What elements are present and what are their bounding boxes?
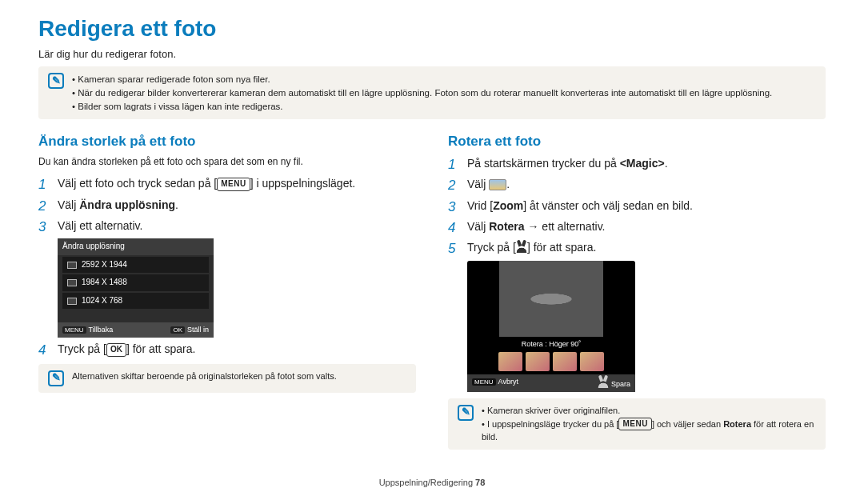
- dialog-save[interactable]: Spara: [598, 377, 630, 390]
- top-note: ✎ Kameran sparar redigerade foton som ny…: [38, 66, 826, 119]
- resolution-option[interactable]: 1984 X 1488: [62, 274, 209, 291]
- resolution-dialog: Ändra upplösning 2592 X 1944 1984 X 1488…: [58, 238, 214, 338]
- note-icon: ✎: [458, 405, 474, 421]
- rotate-caption: Rotera : Höger 90˚: [467, 338, 635, 352]
- left-heading: Ändra storlek på ett foto: [38, 132, 416, 152]
- left-subtext: Du kan ändra storleken på ett foto och s…: [38, 155, 416, 169]
- left-step-1: Välj ett foto och tryck sedan på [MENU] …: [38, 175, 416, 191]
- left-column: Ändra storlek på ett foto Du kan ändra s…: [38, 132, 416, 462]
- resolution-option[interactable]: 2592 X 1944: [62, 257, 209, 274]
- left-step-2: Välj Ändra upplösning.: [38, 197, 416, 213]
- note-item: Kameran skriver över originalfilen.: [482, 405, 816, 418]
- note-item: När du redigerar bilder konvertererar ka…: [72, 86, 772, 100]
- left-step-4: Tryck på [OK] för att spara.: [38, 341, 416, 357]
- resolution-thumb-icon: [67, 262, 77, 269]
- thumb[interactable]: [498, 352, 522, 371]
- menu-icon: MENU: [618, 418, 651, 431]
- right-column: Rotera ett foto På startskärmen trycker …: [448, 132, 826, 462]
- thumb[interactable]: [553, 352, 577, 371]
- note-item: Kameran sparar redigerade foton som nya …: [72, 73, 772, 86]
- right-heading: Rotera ett foto: [448, 132, 826, 152]
- rotate-preview: [499, 261, 603, 337]
- resolution-option[interactable]: 1024 X 768: [62, 293, 209, 310]
- dialog-set[interactable]: OKStäll in: [170, 325, 209, 335]
- resolution-thumb-icon: [67, 279, 77, 286]
- right-note: ✎ Kameran skriver över originalfilen. I …: [448, 398, 826, 450]
- ok-icon: OK: [106, 343, 126, 357]
- rotate-thumbs: [467, 352, 635, 374]
- menu-icon: MENU: [217, 178, 250, 191]
- right-step-4: Välj Rotera → ett alternativ.: [448, 218, 826, 234]
- resolution-thumb-icon: [67, 298, 77, 305]
- page-footer: Uppspelning/Redigering 78: [38, 477, 826, 490]
- note-icon: ✎: [48, 73, 64, 89]
- save-icon: [516, 242, 527, 253]
- right-step-2: Välj .: [448, 176, 826, 192]
- right-step-3: Vrid [Zoom] åt vänster och välj sedan en…: [448, 198, 826, 214]
- page-title: Redigera ett foto: [38, 13, 826, 46]
- dialog-cancel[interactable]: MENUAvbryt: [472, 377, 518, 390]
- note-item: Bilder som lagrats i vissa lägen kan int…: [72, 100, 772, 114]
- page-intro: Lär dig hur du redigerar foton.: [38, 47, 826, 62]
- left-step-3: Välj ett alternativ.: [38, 218, 416, 234]
- magic-mode-icon: [489, 179, 506, 190]
- left-note: ✎ Alternativen skiftar beroende på origi…: [38, 364, 416, 393]
- right-step-1: På startskärmen trycker du på <Magic>.: [448, 155, 826, 171]
- right-step-5: Tryck på [] för att spara.: [448, 239, 826, 255]
- rotate-dialog: Rotera : Höger 90˚ MENUAvbryt Spara: [467, 261, 635, 392]
- thumb[interactable]: [580, 352, 604, 371]
- dialog-header: Ändra upplösning: [58, 238, 214, 255]
- dialog-back[interactable]: MENUTillbaka: [62, 325, 113, 335]
- note-icon: ✎: [48, 370, 64, 386]
- thumb[interactable]: [526, 352, 550, 371]
- note-item: I uppspelningsläge trycker du på [MENU] …: [482, 418, 816, 444]
- save-icon: [598, 377, 609, 388]
